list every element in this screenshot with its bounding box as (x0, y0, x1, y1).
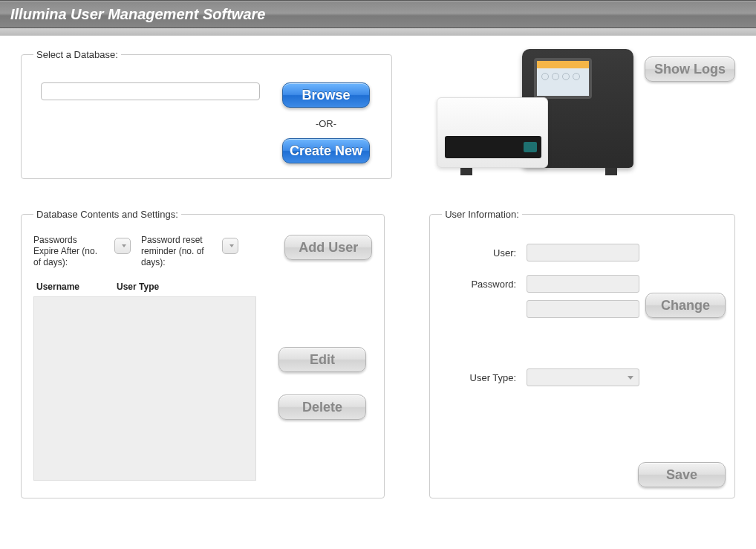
change-button[interactable]: Change (645, 293, 726, 318)
password-reminder-select[interactable] (222, 238, 238, 254)
user-information-legend: User Information: (442, 209, 522, 220)
password-field[interactable] (527, 275, 639, 293)
column-header-usertype: User Type (117, 282, 206, 292)
show-logs-button[interactable]: Show Logs (645, 56, 735, 82)
user-list[interactable] (33, 296, 256, 481)
password-label: Password: (442, 279, 516, 290)
password-expire-select[interactable] (114, 238, 131, 254)
select-database-panel: Select a Database: Browse -OR- Create Ne… (21, 49, 392, 179)
user-information-panel: User Information: User: Password: Change… (429, 209, 735, 498)
column-header-username: Username (36, 282, 117, 292)
create-new-button[interactable]: Create New (282, 138, 370, 163)
user-type-select[interactable] (527, 368, 639, 386)
database-contents-panel: Database Contents and Settings: Password… (21, 209, 385, 498)
user-type-label: User Type: (442, 372, 516, 383)
subheader-bar (0, 28, 756, 36)
or-label: -OR- (316, 118, 336, 129)
delete-button[interactable]: Delete (278, 394, 366, 420)
add-user-button[interactable]: Add User (284, 235, 372, 260)
select-database-legend: Select a Database: (33, 49, 121, 60)
database-contents-legend: Database Contents and Settings: (33, 209, 181, 220)
password-confirm-field[interactable] (527, 300, 639, 318)
password-expire-label: Passwords Expire After (no. of days): (33, 235, 104, 268)
instrument-image (437, 49, 633, 175)
user-field[interactable] (527, 244, 639, 261)
edit-button[interactable]: Edit (278, 347, 366, 372)
app-title: Illumina User Management Software (0, 1, 756, 27)
save-button[interactable]: Save (638, 462, 726, 487)
user-label: User: (442, 247, 516, 259)
password-reminder-label: Password reset reminder (no. of days): (141, 235, 212, 268)
browse-button[interactable]: Browse (282, 82, 370, 108)
database-path-input[interactable] (41, 82, 260, 100)
